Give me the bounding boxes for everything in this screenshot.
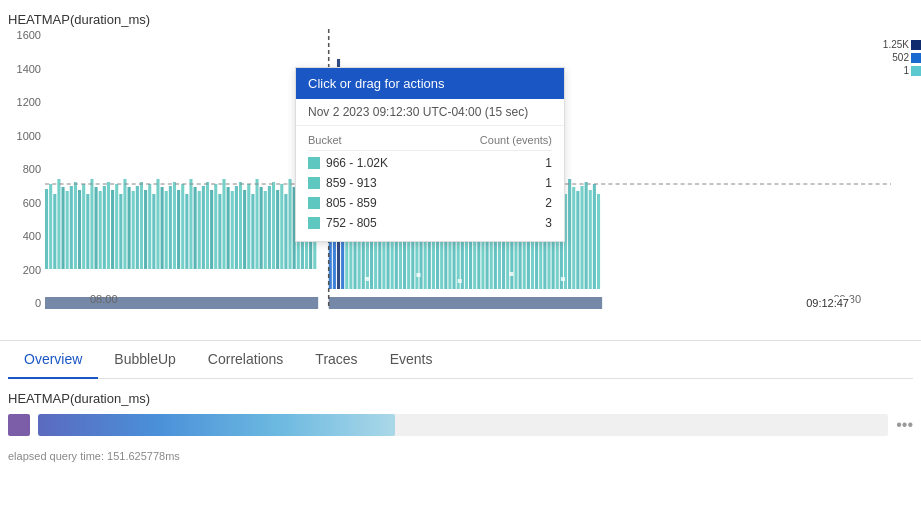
y-axis: 1600 1400 1200 1000 800 600 400 200 0	[0, 29, 45, 329]
heatmap-row: •••	[8, 414, 913, 436]
tab-traces[interactable]: Traces	[299, 341, 373, 379]
svg-rect-67	[86, 269, 90, 273]
svg-rect-47	[235, 186, 238, 269]
x-label-0930-marker: 09:12:47	[804, 297, 851, 309]
svg-rect-144	[561, 277, 565, 281]
svg-rect-70	[226, 279, 230, 283]
svg-rect-138	[593, 184, 596, 289]
svg-rect-14	[99, 191, 102, 269]
tooltip-swatch-4	[308, 217, 320, 229]
tooltip-bucket-3: 805 - 859	[326, 196, 539, 210]
svg-rect-24	[140, 182, 143, 269]
svg-rect-140	[365, 277, 369, 281]
svg-rect-142	[458, 279, 462, 283]
heatmap-swatch	[8, 414, 30, 436]
tooltip-bucket-1: 966 - 1.02K	[326, 156, 539, 170]
svg-rect-3	[53, 194, 56, 269]
tab-events[interactable]: Events	[374, 341, 449, 379]
svg-rect-11	[86, 194, 89, 269]
svg-rect-18	[115, 184, 118, 269]
legend-label-1: 1.25K	[883, 39, 909, 50]
y-label-0: 0	[4, 297, 41, 309]
tooltip-timestamp: Nov 2 2023 09:12:30 UTC-04:00 (15 sec)	[296, 99, 564, 126]
svg-rect-35	[185, 194, 188, 269]
svg-rect-7	[70, 186, 73, 269]
y-label-400: 400	[4, 230, 41, 242]
svg-rect-136	[585, 182, 588, 289]
y-label-1200: 1200	[4, 96, 41, 108]
svg-rect-15	[103, 186, 106, 269]
tooltip-row-2: 859 - 913 1	[308, 173, 552, 193]
content-title: HEATMAP(duration_ms)	[8, 391, 913, 406]
svg-rect-16	[107, 182, 110, 269]
tooltip-count-2: 1	[545, 176, 552, 190]
tooltip-col-count: Count (events)	[480, 134, 552, 146]
svg-rect-139	[597, 194, 600, 289]
chart-title: HEATMAP(duration_ms)	[0, 8, 921, 29]
tooltip-bucket-2: 859 - 913	[326, 176, 539, 190]
tooltip-count-3: 2	[545, 196, 552, 210]
svg-rect-29	[161, 187, 164, 269]
svg-rect-39	[202, 186, 205, 269]
legend-color-2	[911, 53, 921, 63]
legend-color-3	[911, 66, 921, 76]
legend-color-1	[911, 40, 921, 50]
svg-rect-132	[568, 179, 571, 289]
svg-rect-51	[251, 194, 254, 269]
tooltip-bucket-4: 752 - 805	[326, 216, 539, 230]
heatmap-bar-container[interactable]	[38, 414, 888, 436]
tab-correlations[interactable]: Correlations	[192, 341, 299, 379]
svg-rect-50	[247, 184, 250, 269]
svg-rect-13	[95, 187, 98, 269]
legend-item-3: 1	[893, 65, 921, 76]
svg-rect-60	[288, 179, 291, 269]
tab-bubbleup[interactable]: BubbleUp	[98, 341, 192, 379]
tooltip-row-1: 966 - 1.02K 1	[308, 153, 552, 173]
svg-rect-9	[78, 190, 81, 269]
svg-rect-1	[45, 189, 48, 269]
svg-rect-43	[218, 194, 221, 269]
tooltip-swatch-3	[308, 197, 320, 209]
svg-rect-20	[123, 179, 126, 269]
heatmap-more-button[interactable]: •••	[896, 416, 913, 434]
tooltip-swatch-1	[308, 157, 320, 169]
svg-rect-59	[284, 194, 287, 269]
x-label-0800: 08:00	[90, 293, 118, 305]
svg-rect-57	[276, 190, 279, 269]
svg-rect-26	[148, 184, 151, 269]
svg-rect-71	[272, 272, 276, 276]
legend-label-2: 502	[892, 52, 909, 63]
content-area: HEATMAP(duration_ms) •••	[0, 379, 921, 444]
svg-rect-12	[90, 179, 93, 269]
tab-overview[interactable]: Overview	[8, 341, 98, 379]
tooltip-row-3: 805 - 859 2	[308, 193, 552, 213]
svg-rect-42	[214, 184, 217, 269]
y-label-1000: 1000	[4, 130, 41, 142]
tooltip-row-4: 752 - 805 3	[308, 213, 552, 233]
chart-container: HEATMAP(duration_ms) 1600 1400 1200 1000…	[0, 0, 921, 340]
svg-rect-41	[210, 190, 213, 269]
y-label-800: 800	[4, 163, 41, 175]
tooltip-col-bucket: Bucket	[308, 134, 342, 146]
svg-rect-55	[268, 186, 271, 269]
svg-rect-68	[128, 277, 132, 281]
svg-rect-53	[260, 187, 263, 269]
chart-area[interactable]: 1600 1400 1200 1000 800 600 400 200 0	[0, 29, 921, 329]
svg-rect-44	[222, 179, 225, 269]
svg-rect-19	[119, 194, 122, 269]
svg-rect-8	[74, 182, 77, 269]
svg-rect-37	[194, 187, 197, 269]
svg-rect-10	[82, 184, 85, 269]
svg-rect-25	[144, 190, 147, 269]
tooltip-header[interactable]: Click or drag for actions	[296, 68, 564, 99]
svg-rect-17	[111, 190, 114, 269]
svg-rect-28	[156, 179, 159, 269]
svg-rect-54	[264, 191, 267, 269]
tooltip[interactable]: Click or drag for actions Nov 2 2023 09:…	[295, 67, 565, 242]
chart-legend: 1.25K 502 1	[893, 39, 921, 76]
svg-rect-23	[136, 186, 139, 269]
tooltip-count-1: 1	[545, 156, 552, 170]
footer: elapsed query time: 151.625778ms	[0, 444, 921, 463]
svg-rect-134	[576, 191, 579, 289]
svg-rect-34	[181, 184, 184, 269]
